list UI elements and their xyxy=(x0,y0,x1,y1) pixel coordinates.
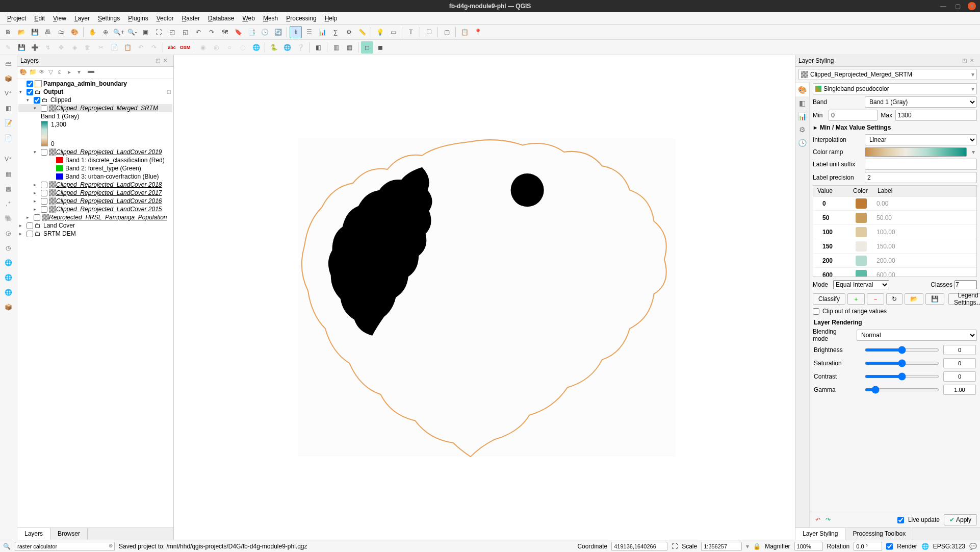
classes-input[interactable] xyxy=(955,280,977,289)
digitize-icon[interactable]: ↯ xyxy=(42,41,54,54)
collapse-all-icon[interactable]: ▾ xyxy=(78,68,86,77)
menu-view[interactable]: View xyxy=(49,13,70,23)
map-tips-icon[interactable]: 💡 xyxy=(374,26,386,38)
rotation-input[interactable] xyxy=(854,542,882,551)
postgis-layer-icon[interactable]: 🐘 xyxy=(1,212,15,225)
precision-input[interactable] xyxy=(865,172,977,183)
topology-error-icon[interactable]: ○ xyxy=(223,41,236,54)
color-ramp[interactable] xyxy=(865,147,967,157)
spatialite-layer-icon[interactable]: ◶ xyxy=(1,227,15,240)
filter-legend-icon[interactable]: ▽ xyxy=(48,68,57,77)
move-feature-icon[interactable]: ✥ xyxy=(55,41,67,54)
tab-browser[interactable]: Browser xyxy=(50,528,88,540)
raster-layer-icon[interactable]: ▦ xyxy=(1,167,15,181)
menu-web[interactable]: Web xyxy=(238,13,259,23)
statistical-summary-icon[interactable]: ∑ xyxy=(329,26,342,38)
menu-processing[interactable]: Processing xyxy=(282,13,320,23)
new-spatial-bookmark-icon[interactable]: 🔖 xyxy=(232,26,244,38)
edit-pencil-icon[interactable]: ✎ xyxy=(2,41,14,54)
contrast-slider[interactable] xyxy=(865,375,939,378)
tab-layers[interactable]: Layers xyxy=(17,528,50,540)
layer-lc2019[interactable]: ▾Clipped_Reprojected_LandCover 2019 xyxy=(18,148,172,156)
menu-edit[interactable]: Edit xyxy=(30,13,49,23)
styling-layer-select[interactable]: Clipped_Reprojected_Merged_SRTM ▾ xyxy=(798,69,977,80)
close-panel-icon[interactable]: ✕ xyxy=(163,58,170,65)
xyz-layer-icon[interactable]: 📦 xyxy=(1,300,15,314)
delimited-text-icon[interactable]: ,⁺ xyxy=(1,197,15,210)
zoom-out-icon[interactable]: 🔍- xyxy=(126,26,138,38)
wms-layer-icon[interactable]: 🌐 xyxy=(1,256,15,269)
interpolation-select[interactable]: Linear xyxy=(865,134,977,145)
select-features-icon[interactable]: ▭ xyxy=(387,26,399,38)
layer-clipped-srtm[interactable]: ▾Clipped_Reprojected_Merged_SRTM xyxy=(18,104,172,112)
remove-class-button[interactable]: － xyxy=(867,293,884,305)
toolbox-icon[interactable]: ⚙ xyxy=(343,26,355,38)
undock-icon[interactable]: ◰ xyxy=(962,58,969,65)
expand-all-icon[interactable]: ▸ xyxy=(68,68,76,77)
load-colormap-button[interactable]: ↻ xyxy=(886,293,902,305)
copy-icon[interactable]: 📄 xyxy=(108,41,120,54)
remove-layer-icon[interactable]: ➖ xyxy=(87,68,95,77)
group-output[interactable]: ▾🗀Output◰ xyxy=(18,88,172,96)
metasearch-icon[interactable]: 🌐 xyxy=(281,41,293,54)
deselect-all-icon[interactable]: ▢ xyxy=(441,26,453,38)
save-file-button[interactable]: 💾 xyxy=(925,293,944,305)
add-group-icon[interactable]: 📁 xyxy=(29,68,37,77)
rendering-tab-icon[interactable]: ⚙ xyxy=(795,123,809,136)
chevron-down-icon[interactable]: ▾ xyxy=(970,148,977,156)
color-table[interactable]: Value Color Label 00.005050.00100100.001… xyxy=(813,185,977,277)
node-tool-icon[interactable]: ◈ xyxy=(68,41,81,54)
new-shapefile-icon[interactable]: V⁺ xyxy=(1,87,15,100)
crs-icon[interactable]: 🌐 xyxy=(921,543,929,550)
group-clipped[interactable]: ▾🗀Clipped xyxy=(18,96,172,104)
text-annotation-icon[interactable]: T xyxy=(405,26,417,38)
redo-history-icon[interactable]: ↷ xyxy=(823,516,833,523)
menu-layer[interactable]: Layer xyxy=(70,13,94,23)
new-project-icon[interactable]: 🗎 xyxy=(2,26,14,38)
wcs-layer-icon[interactable]: 🌐 xyxy=(1,271,15,284)
mesh-layer-icon[interactable]: ▩ xyxy=(1,182,15,195)
zoom-native-icon[interactable]: ▣ xyxy=(139,26,151,38)
tab-processing-toolbox[interactable]: Processing Toolbox xyxy=(845,528,913,540)
topology-fix-icon[interactable]: ◌ xyxy=(237,41,249,54)
field-calculator-icon[interactable]: 📊 xyxy=(316,26,328,38)
save-edits-icon[interactable]: 💾 xyxy=(15,41,28,54)
magnifier-input[interactable] xyxy=(794,542,823,551)
add-class-button[interactable]: ＋ xyxy=(847,293,865,305)
topology-rule-icon[interactable]: ◎ xyxy=(210,41,222,54)
max-input[interactable] xyxy=(895,110,977,121)
color-table-row[interactable]: 5050.00 xyxy=(813,211,976,225)
pan-icon[interactable]: ✋ xyxy=(86,26,98,38)
virtual-layer-icon[interactable]: ◷ xyxy=(1,241,15,255)
python-console-icon[interactable]: 🐍 xyxy=(268,41,280,54)
measure-line-icon[interactable]: 📏 xyxy=(356,26,368,38)
saturation-value[interactable] xyxy=(943,358,976,368)
render-checkbox[interactable] xyxy=(886,542,893,551)
map-canvas[interactable] xyxy=(174,55,795,540)
apply-button[interactable]: ✔Apply xyxy=(944,514,977,525)
legend-settings-button[interactable]: Legend Settings… xyxy=(948,293,980,305)
band-select[interactable]: Band 1 (Gray) xyxy=(865,96,977,108)
locator-input[interactable] xyxy=(15,542,115,551)
style-dock-icon[interactable]: 🎨 xyxy=(19,68,28,77)
minimize-button[interactable]: — xyxy=(939,2,947,10)
menu-settings[interactable]: Settings xyxy=(94,13,124,23)
zoom-next-icon[interactable]: ↷ xyxy=(205,26,218,38)
layer-pampanga[interactable]: Pampanga_admin_boundary xyxy=(18,80,172,88)
blend-select[interactable]: Normal xyxy=(857,330,977,341)
plugin-4-icon[interactable]: ◼ xyxy=(374,41,386,54)
group-landcover[interactable]: ▸🗀Land Cover xyxy=(18,221,172,230)
extents-icon[interactable]: ⛶ xyxy=(672,543,678,550)
menu-vector[interactable]: Vector xyxy=(152,13,178,23)
menu-plugins[interactable]: Plugins xyxy=(124,13,152,23)
plugin-2-icon[interactable]: ▦ xyxy=(343,41,355,54)
undo-history-icon[interactable]: ↶ xyxy=(813,516,823,523)
vector-layer-icon[interactable]: V⁺ xyxy=(1,153,15,166)
identify-icon[interactable]: ℹ xyxy=(290,26,302,38)
color-table-row[interactable]: 600600.00 xyxy=(813,268,976,277)
color-table-row[interactable]: 200200.00 xyxy=(813,254,976,268)
select-by-form-icon[interactable]: 📋 xyxy=(458,26,471,38)
open-file-button[interactable]: 📂 xyxy=(905,293,923,305)
layer-lc2015[interactable]: ▸Clipped_Reprojected_LandCover 2015 xyxy=(18,205,172,213)
layer-lc2016[interactable]: ▸Clipped_Reprojected_LandCover 2016 xyxy=(18,197,172,205)
